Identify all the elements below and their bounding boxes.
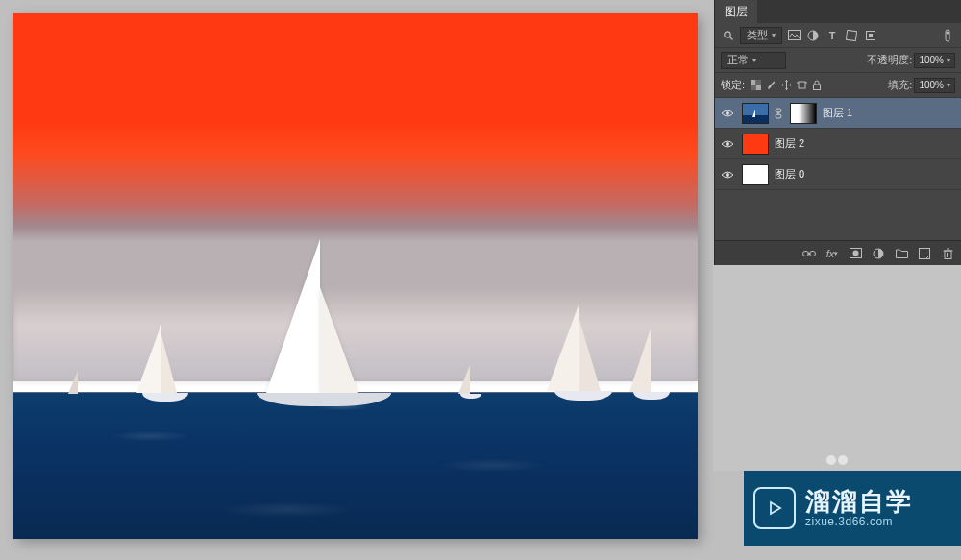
svg-rect-12 <box>751 85 756 91</box>
layer-thumbnail[interactable] <box>742 103 769 124</box>
layer-thumbnail[interactable] <box>742 164 769 185</box>
visibility-toggle[interactable] <box>719 166 736 183</box>
svg-marker-18 <box>781 84 783 86</box>
layer-name[interactable]: 图层 2 <box>775 136 804 151</box>
lock-all-icon[interactable] <box>810 78 824 93</box>
layer-row[interactable]: 图层 1 <box>715 98 961 129</box>
opacity-label: 不透明度: <box>867 53 912 67</box>
smartobj-icon[interactable] <box>863 28 878 43</box>
fill-input[interactable]: 100% ▾ <box>914 78 955 93</box>
svg-rect-9 <box>751 80 756 85</box>
svg-marker-17 <box>785 88 788 90</box>
lock-move-icon[interactable] <box>779 78 793 93</box>
svg-marker-19 <box>790 84 792 86</box>
layer-name[interactable]: 图层 0 <box>775 167 804 182</box>
chevron-down-icon: ▾ <box>752 56 756 64</box>
image-icon[interactable] <box>786 28 801 43</box>
lock-brush-icon[interactable] <box>764 78 777 93</box>
sea <box>13 392 698 539</box>
blend-mode-select[interactable]: 正常 ▾ <box>721 52 786 69</box>
adjustment-circle-icon[interactable] <box>871 246 886 261</box>
panel-tabs: 图层 <box>715 0 961 23</box>
play-icon <box>753 487 796 529</box>
panel-footer: fx▾ <box>715 240 961 265</box>
visibility-toggle[interactable] <box>719 135 736 153</box>
layer-row[interactable]: 图层 2 <box>715 129 961 159</box>
search-icon <box>721 28 736 43</box>
filter-row: 类型 ▾ T <box>715 23 961 48</box>
layer-row[interactable]: 图层 0 <box>715 159 961 190</box>
svg-line-1 <box>730 37 733 39</box>
sailboat <box>68 371 78 394</box>
sailboat-main <box>266 239 320 393</box>
visibility-toggle[interactable] <box>719 105 736 122</box>
link-icon[interactable] <box>801 246 817 261</box>
mask-thumbnail[interactable] <box>790 103 817 124</box>
opacity-input[interactable]: 100% ▾ <box>914 53 955 68</box>
layers-panel: 图层 类型 ▾ T 正常 ▾ 不透明度: <box>714 0 961 265</box>
fx-icon[interactable]: fx▾ <box>825 246 840 261</box>
sailboat <box>458 365 470 394</box>
chevron-down-icon: ▾ <box>772 31 776 39</box>
svg-rect-6 <box>869 34 873 37</box>
layers-list: 图层 1 图层 2 图层 0 <box>715 98 961 240</box>
tab-layers[interactable]: 图层 <box>715 0 757 23</box>
svg-point-28 <box>726 142 729 146</box>
folder-icon[interactable] <box>894 246 909 261</box>
shape-icon[interactable] <box>844 28 859 43</box>
chevron-down-icon: ▾ <box>947 81 950 89</box>
mask-icon[interactable] <box>848 246 863 261</box>
type-icon[interactable]: T <box>825 28 840 43</box>
blend-mode-value: 正常 <box>727 53 749 67</box>
filter-label: 类型 <box>747 28 768 42</box>
svg-point-24 <box>726 111 729 115</box>
filter-type-select[interactable]: 类型 ▾ <box>740 27 782 44</box>
sailboat <box>547 303 579 391</box>
svg-point-34 <box>852 251 858 256</box>
svg-rect-20 <box>799 82 805 88</box>
svg-point-8 <box>947 31 949 34</box>
lock-label: 锁定: <box>721 78 745 92</box>
layer-name[interactable]: 图层 1 <box>823 106 852 120</box>
layer-thumbnail[interactable] <box>742 134 769 155</box>
svg-point-0 <box>725 31 730 37</box>
lock-row: 锁定: 填充: 100% ▾ <box>715 73 961 98</box>
svg-rect-11 <box>755 80 761 85</box>
fill-label: 填充: <box>888 78 912 92</box>
svg-point-29 <box>726 173 729 177</box>
adjustment-icon[interactable] <box>805 28 821 43</box>
trash-icon[interactable] <box>940 246 955 261</box>
chevron-down-icon: ▾ <box>947 56 950 64</box>
lock-transparent-icon[interactable] <box>749 78 762 93</box>
mask-link-icon[interactable] <box>775 108 784 119</box>
svg-marker-42 <box>771 502 780 514</box>
watermark: 溜溜自学 zixue.3d66.com <box>744 471 961 546</box>
svg-marker-16 <box>785 80 788 82</box>
svg-rect-37 <box>945 251 951 259</box>
preview-dots-icon <box>826 455 848 465</box>
sailboat <box>136 324 161 393</box>
svg-rect-10 <box>755 85 761 91</box>
svg-line-13 <box>771 82 775 85</box>
watermark-title: 溜溜自学 <box>805 488 913 516</box>
svg-rect-23 <box>814 85 821 90</box>
watermark-url: zixue.3d66.com <box>805 516 913 528</box>
lock-artboard-icon[interactable] <box>795 78 808 93</box>
new-layer-icon[interactable] <box>917 246 932 261</box>
preview-area <box>713 265 961 471</box>
canvas[interactable] <box>13 13 698 539</box>
filter-toggle-icon[interactable] <box>940 28 955 43</box>
blend-row: 正常 ▾ 不透明度: 100% ▾ <box>715 48 961 73</box>
sailboat <box>629 329 651 392</box>
svg-rect-4 <box>846 30 856 40</box>
